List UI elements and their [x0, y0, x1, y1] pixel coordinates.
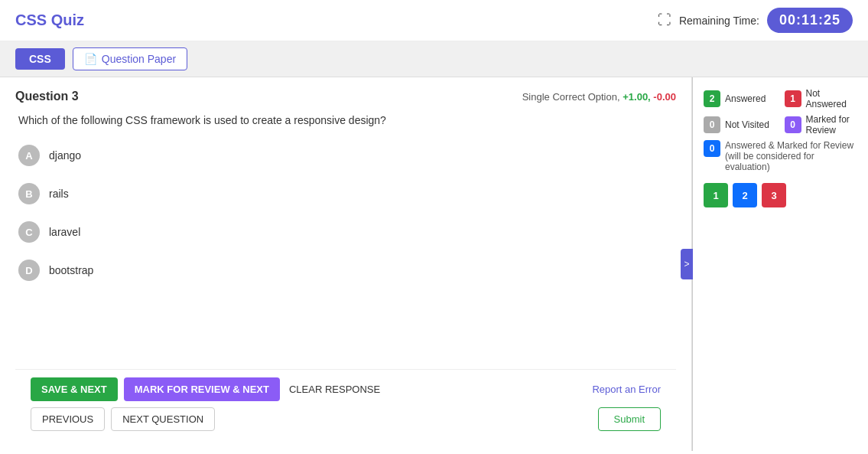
legend-label: Answered & Marked for Review (will be co…: [725, 140, 857, 172]
option-text: django: [49, 149, 81, 162]
remaining-label: Remaining Time:: [679, 15, 759, 27]
tab-question-paper[interactable]: 📄 Question Paper: [73, 47, 187, 70]
option-letter: A: [18, 145, 40, 166]
legend-badge: 1: [785, 90, 801, 107]
legend-item-wide: 0 Answered & Marked for Review (will be …: [704, 140, 857, 172]
mark-review-button[interactable]: MARK FOR REVIEW & NEXT: [124, 377, 280, 401]
legend-item: 1 Not Answered: [785, 88, 858, 109]
question-text: Which of the following CSS framework is …: [15, 114, 676, 126]
clear-response-button[interactable]: CLEAR RESPONSE: [286, 377, 383, 401]
legend-badge: 0: [704, 116, 720, 133]
option-letter: B: [18, 183, 40, 204]
legend-label: Answered: [725, 93, 766, 104]
timer: 00:11:25: [767, 8, 853, 33]
option-letter: C: [18, 221, 40, 243]
save-next-button[interactable]: SAVE & NEXT: [31, 377, 118, 401]
legend-label: Not Visited: [725, 119, 769, 130]
option-item[interactable]: B rails: [15, 178, 676, 209]
question-header: Question 3 Single Correct Option, +1.00,…: [15, 90, 676, 103]
option-text: bootstrap: [49, 264, 93, 276]
legend-badge: 0: [785, 116, 801, 133]
legend-label: Not Answered: [806, 88, 858, 109]
fullscreen-icon[interactable]: ⛶: [658, 12, 671, 28]
meta-label: Single Correct Option,: [522, 91, 620, 103]
question-palette: 123: [704, 183, 857, 207]
button-row-1: SAVE & NEXT MARK FOR REVIEW & NEXT CLEAR…: [31, 377, 661, 401]
legend-label: Marked for Review: [806, 114, 858, 136]
option-text: rails: [49, 188, 69, 200]
next-question-button[interactable]: NEXT QUESTION: [111, 407, 215, 431]
tab-bar: CSS 📄 Question Paper: [0, 41, 868, 77]
legend: 2 Answered 1 Not Answered 0 Not Visited …: [704, 88, 857, 172]
sidebar-toggle[interactable]: >: [681, 249, 693, 279]
palette-question-button[interactable]: 2: [733, 183, 757, 207]
question-meta: Single Correct Option, +1.00, -0.00: [522, 91, 676, 103]
option-text: laravel: [49, 226, 80, 238]
question-area: Question 3 Single Correct Option, +1.00,…: [0, 77, 692, 451]
palette-question-button[interactable]: 1: [704, 183, 728, 207]
legend-item: 0 Not Visited: [704, 114, 777, 136]
main-layout: Question 3 Single Correct Option, +1.00,…: [0, 77, 868, 451]
option-letter: D: [18, 260, 40, 281]
sidebar: > 2 Answered 1 Not Answered 0 Not Visite…: [692, 77, 868, 451]
report-error-button[interactable]: Report an Error: [592, 384, 661, 395]
button-row-2: PREVIOUS NEXT QUESTION Submit: [31, 407, 661, 431]
question-paper-label: Question Paper: [102, 53, 176, 65]
question-number: Question 3: [15, 90, 79, 103]
app-title: CSS Quiz: [15, 11, 84, 29]
score-negative: -0.00: [653, 91, 676, 103]
legend-badge: 0: [704, 140, 720, 157]
header-right: ⛶ Remaining Time: 00:11:25: [658, 8, 853, 33]
previous-button[interactable]: PREVIOUS: [31, 407, 105, 431]
legend-item: 2 Answered: [704, 88, 777, 109]
option-item[interactable]: D bootstrap: [15, 255, 676, 286]
option-item[interactable]: C laravel: [15, 217, 676, 247]
option-item[interactable]: A django: [15, 140, 676, 171]
question-paper-icon: 📄: [84, 53, 97, 65]
submit-button[interactable]: Submit: [598, 407, 661, 431]
header: CSS Quiz ⛶ Remaining Time: 00:11:25: [0, 0, 868, 41]
options-list: A django B rails C laravel D bootstrap: [15, 140, 676, 286]
legend-item: 0 Marked for Review: [785, 114, 858, 136]
tab-css[interactable]: CSS: [15, 48, 65, 70]
bottom-buttons: SAVE & NEXT MARK FOR REVIEW & NEXT CLEAR…: [15, 369, 676, 439]
palette-question-button[interactable]: 3: [762, 183, 786, 207]
legend-badge: 2: [704, 90, 720, 107]
score-positive: +1.00,: [623, 91, 651, 103]
